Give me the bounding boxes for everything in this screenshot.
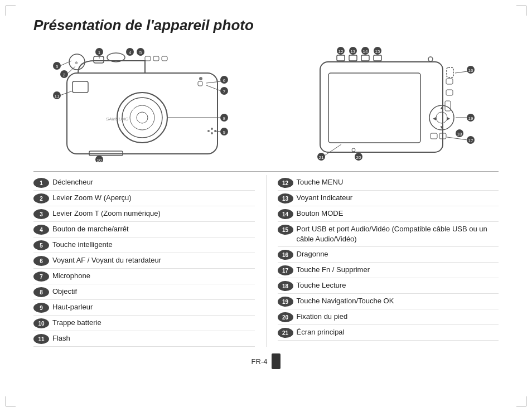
part-number-13: 13	[278, 193, 293, 203]
part-label-1: Déclencheur	[52, 177, 255, 187]
part-item-5: 5Touche intelligente	[33, 237, 255, 253]
part-label-21: Écran principal	[297, 327, 499, 337]
diagrams-row: ⊕ SAMSUNG 1	[33, 45, 499, 162]
svg-point-70	[352, 148, 355, 152]
part-number-5: 5	[33, 240, 49, 250]
svg-point-60	[436, 112, 447, 123]
svg-text:13: 13	[351, 49, 356, 54]
corner-br	[516, 396, 526, 406]
svg-text:▶: ▶	[447, 116, 451, 121]
part-number-12: 12	[278, 178, 293, 188]
footer: FR-4	[33, 353, 499, 369]
corner-bl	[6, 396, 16, 406]
part-label-18: Touche Lecture	[297, 280, 499, 290]
part-label-13: Voyant Indicateur	[297, 193, 499, 203]
part-item-15: 15Port USB et port Audio/Vidéo (Compatib…	[278, 222, 499, 247]
svg-text:9: 9	[223, 130, 226, 135]
svg-text:1: 1	[98, 50, 101, 55]
svg-rect-65	[431, 133, 437, 139]
part-number-7: 7	[33, 272, 49, 282]
svg-text:10: 10	[97, 158, 102, 162]
svg-text:17: 17	[468, 138, 473, 143]
part-label-15: Port USB et port Audio/Vidéo (Compatible…	[297, 224, 499, 244]
svg-text:12: 12	[338, 49, 344, 54]
part-item-12: 12Touche MENU	[278, 175, 499, 191]
svg-text:19: 19	[468, 116, 473, 121]
part-label-2: Levier Zoom W (Aperçu)	[52, 193, 255, 203]
svg-text:16: 16	[468, 68, 473, 73]
svg-line-36	[206, 81, 221, 83]
camera-front-diagram: ⊕ SAMSUNG 1	[33, 45, 245, 162]
part-number-19: 19	[278, 297, 293, 307]
part-label-4: Bouton de marche/arrêt	[52, 224, 255, 234]
corner-tr	[516, 6, 526, 16]
svg-rect-52	[328, 73, 420, 143]
svg-rect-58	[446, 90, 453, 95]
part-item-14: 14Bouton MODE	[278, 206, 499, 222]
part-number-3: 3	[33, 209, 49, 219]
part-number-18: 18	[278, 281, 293, 291]
page: Présentation de l'appareil photo	[0, 0, 532, 412]
part-item-9: 9Haut-parleur	[33, 300, 255, 316]
part-label-14: Bouton MODE	[297, 209, 499, 219]
part-item-16: 16Dragonne	[278, 247, 499, 263]
part-label-20: Fixation du pied	[297, 312, 499, 322]
part-label-3: Levier Zoom T (Zoom numérique)	[52, 209, 255, 219]
svg-point-16	[207, 130, 210, 132]
part-number-17: 17	[278, 265, 293, 275]
part-label-12: Touche MENU	[297, 177, 499, 187]
part-item-6: 6Voyant AF / Voyant du retardateur	[33, 253, 255, 269]
svg-rect-12	[162, 56, 167, 61]
part-item-7: 7Microphone	[33, 269, 255, 284]
part-item-11: 11Flash	[33, 331, 255, 347]
part-number-10: 10	[33, 318, 49, 328]
part-label-10: Trappe batterie	[52, 318, 255, 328]
svg-rect-57	[446, 79, 453, 84]
svg-text:◀: ◀	[433, 116, 437, 121]
part-number-20: 20	[278, 312, 293, 322]
part-item-13: 13Voyant Indicateur	[278, 191, 499, 206]
part-label-19: Touche Navigation/Touche OK	[297, 296, 499, 306]
part-number-2: 2	[33, 193, 49, 203]
svg-point-4	[137, 112, 148, 123]
svg-point-17	[199, 77, 202, 80]
part-label-17: Touche Fn / Supprimer	[297, 265, 499, 275]
svg-rect-53	[337, 55, 345, 61]
part-item-4: 4Bouton de marche/arrêt	[33, 222, 255, 237]
svg-point-14	[211, 132, 213, 134]
svg-rect-51	[320, 62, 443, 152]
camera-back-svg: ▲ ▼ ◀ ▶ 12 13	[309, 45, 499, 162]
svg-text:2: 2	[63, 72, 66, 77]
part-label-9: Haut-parleur	[52, 302, 255, 312]
parts-col-left: 1Déclencheur2Levier Zoom W (Aperçu)3Levi…	[33, 175, 267, 347]
svg-text:⊕: ⊕	[75, 61, 78, 65]
part-label-7: Microphone	[52, 271, 255, 281]
svg-text:20: 20	[356, 155, 361, 160]
svg-rect-55	[361, 55, 369, 61]
corner-tl	[6, 6, 16, 16]
part-item-19: 19Touche Navigation/Touche OK	[278, 294, 499, 309]
svg-rect-0	[67, 73, 217, 154]
part-number-9: 9	[33, 303, 49, 313]
svg-text:▲: ▲	[439, 105, 444, 110]
part-number-11: 11	[33, 334, 49, 344]
svg-text:6: 6	[223, 78, 226, 83]
svg-text:4: 4	[129, 50, 132, 55]
svg-line-81	[455, 71, 467, 73]
svg-line-39	[206, 85, 221, 91]
svg-rect-54	[349, 55, 357, 61]
part-item-17: 17Touche Fn / Supprimer	[278, 263, 499, 278]
part-label-8: Objectif	[52, 287, 255, 297]
part-number-6: 6	[33, 256, 49, 266]
part-item-20: 20Fixation du pied	[278, 309, 499, 325]
camera-front-svg: ⊕ SAMSUNG 1	[33, 45, 245, 162]
part-label-6: Voyant AF / Voyant du retardateur	[52, 255, 255, 265]
svg-rect-56	[374, 55, 381, 61]
parts-list: 1Déclencheur2Levier Zoom W (Aperçu)3Levi…	[33, 175, 499, 347]
svg-point-69	[428, 57, 433, 61]
svg-line-84	[447, 137, 467, 140]
part-number-15: 15	[278, 225, 293, 235]
part-item-2: 2Levier Zoom W (Aperçu)	[33, 191, 255, 206]
part-label-11: Flash	[52, 333, 255, 343]
svg-text:21: 21	[319, 155, 324, 160]
